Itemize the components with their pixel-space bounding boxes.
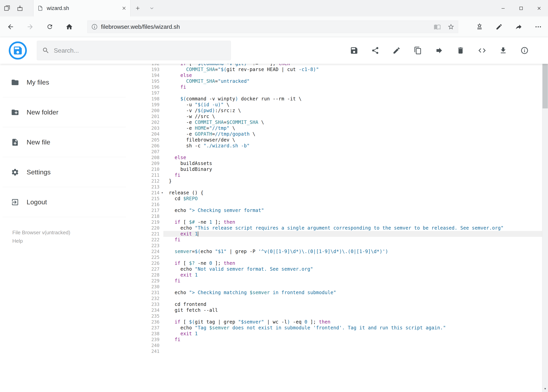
code-line[interactable]: 235	[126, 313, 542, 319]
code-line[interactable]: 205 filebrowser/dev \	[126, 137, 542, 143]
code-line[interactable]: 201 -w //src \	[126, 113, 542, 119]
window-close-button[interactable]	[530, 0, 548, 16]
download-button[interactable]	[499, 46, 508, 55]
code-line[interactable]: 219 if [ $# -ne 1 ]; then	[126, 219, 542, 225]
code-line[interactable]: 225	[126, 254, 542, 260]
code-line[interactable]: 196 fi	[126, 84, 542, 90]
code-line[interactable]: 240	[126, 343, 542, 348]
code-line[interactable]: 230	[126, 284, 542, 290]
app-logo[interactable]	[8, 41, 27, 60]
new-tab-button[interactable]	[131, 0, 145, 16]
save-button[interactable]	[350, 46, 358, 55]
code-line[interactable]: 200 -v /$(pwd):/src:z \	[126, 108, 542, 113]
site-info-icon[interactable]	[91, 23, 98, 30]
code-line[interactable]: 207	[126, 149, 542, 155]
code-line[interactable]: 236 if [ $(git tag | grep "$semver" | wc…	[126, 319, 542, 325]
code-line[interactable]: 229 fi	[126, 278, 542, 284]
scroll-down-icon[interactable]: ▼	[542, 385, 548, 392]
code-line[interactable]: 209 buildAssets	[126, 161, 542, 166]
move-button[interactable]	[435, 46, 444, 55]
code-editor[interactable]: 192 if [ "$(command -v git)" != "" ]; th…	[126, 64, 542, 392]
more-menu-button[interactable]	[528, 16, 548, 37]
code-line[interactable]: 220 echo "This release script requires a…	[126, 225, 542, 231]
set-tabs-aside-icon[interactable]	[4, 5, 11, 12]
line-number: 219	[126, 219, 163, 225]
hub-favorites-button[interactable]	[470, 16, 489, 37]
code-line[interactable]: 216	[126, 202, 542, 207]
back-button[interactable]	[1, 16, 20, 37]
maximize-button[interactable]	[512, 0, 530, 16]
web-note-pen-button[interactable]	[489, 16, 509, 37]
code-line[interactable]: 228 exit 1	[126, 272, 542, 278]
code-line[interactable]: 204 -e GOPATH=//tmp/gopath \	[126, 131, 542, 137]
code-line[interactable]: 195 COMMIT_SHA="untracked"	[126, 78, 542, 84]
line-number: 214▾	[126, 190, 163, 196]
search-bar[interactable]	[37, 41, 231, 60]
code-line[interactable]: 218	[126, 213, 542, 219]
favorite-star-icon[interactable]	[447, 23, 454, 30]
line-number: 202	[126, 119, 163, 125]
code-line[interactable]: 221 exit 1	[126, 231, 542, 237]
code-line[interactable]: 212}	[126, 178, 542, 184]
delete-button[interactable]	[457, 46, 465, 55]
sidebar-item-new-file[interactable]: New file	[0, 127, 126, 157]
page-scrollbar[interactable]: ▲ ▼	[542, 37, 548, 392]
refresh-button[interactable]	[40, 16, 59, 37]
code-line[interactable]: 213	[126, 184, 542, 190]
copy-button[interactable]	[414, 46, 422, 55]
tab-preview-chevron-icon[interactable]	[145, 0, 159, 16]
code-line[interactable]: 222 fi	[126, 237, 542, 243]
help-link[interactable]: Help	[12, 238, 23, 244]
code-line[interactable]: 208 else	[126, 155, 542, 161]
line-number: 193	[126, 67, 163, 72]
share-page-button[interactable]	[509, 16, 528, 37]
code-line[interactable]: 198 $(command -v winpty) docker run --rm…	[126, 96, 542, 102]
code-view-button[interactable]	[478, 46, 486, 55]
code-line[interactable]: 193 COMMIT_SHA="$(git rev-parse HEAD | c…	[126, 67, 542, 72]
code-line[interactable]: 199 -u "$(id -u)" \	[126, 102, 542, 108]
code-line[interactable]: 241	[126, 348, 542, 354]
code-line[interactable]: 224 semver=$(echo "$1" | grep -P '^v(0|[…	[126, 249, 542, 254]
code-line[interactable]: 223	[126, 243, 542, 249]
forward-button[interactable]	[20, 16, 40, 37]
sidebar-item-my-files[interactable]: My files	[0, 67, 126, 97]
address-bar[interactable]: filebrowser.web/files/wizard.sh	[87, 21, 458, 33]
code-line[interactable]: 239 fi	[126, 337, 542, 343]
sidebar: My files New folder New file Settings Lo…	[0, 64, 126, 392]
sidebar-item-new-folder[interactable]: New folder	[0, 97, 126, 127]
rename-button[interactable]	[392, 46, 401, 55]
code-line[interactable]: 211 fi	[126, 172, 542, 178]
code-line[interactable]: 203 -e HOME="//tmp" \	[126, 125, 542, 131]
minimize-button[interactable]	[494, 0, 512, 16]
sidebar-item-settings[interactable]: Settings	[0, 157, 126, 187]
code-line[interactable]: 202 -e COMMIT_SHA=$COMMIT_SHA \	[126, 119, 542, 125]
browser-tab[interactable]: wizard.sh	[33, 0, 131, 16]
url-text: filebrowser.web/files/wizard.sh	[101, 23, 427, 30]
sidebar-item-logout[interactable]: Logout	[0, 187, 126, 217]
reading-view-icon[interactable]	[434, 23, 441, 30]
code-line[interactable]: 210 buildBinary	[126, 166, 542, 172]
tab-close-icon[interactable]	[122, 6, 126, 11]
code-line[interactable]: 194 else	[126, 72, 542, 78]
code-line[interactable]: 217 echo "> Checking semver format"	[126, 207, 542, 213]
code-line[interactable]: 227 echo "Not valid semver format. See s…	[126, 266, 542, 272]
code-line[interactable]: 234 git fetch --all	[126, 307, 542, 313]
fold-caret-icon[interactable]: ▾	[161, 190, 163, 196]
code-line[interactable]: 226 if [ $? -ne 0 ]; then	[126, 260, 542, 266]
tabs-you-set-aside-icon[interactable]	[16, 5, 23, 12]
code-line[interactable]: 214▾release () {	[126, 190, 542, 196]
search-input[interactable]	[54, 47, 226, 54]
code-line[interactable]: 197	[126, 90, 542, 96]
code-line[interactable]: 238 exit 1	[126, 331, 542, 337]
code-line[interactable]: 206 sh -c "./wizard.sh -b"	[126, 143, 542, 149]
info-button[interactable]	[520, 46, 529, 55]
share-file-button[interactable]	[371, 46, 380, 55]
code-line[interactable]: 237 echo "Tag $semver does not exist in …	[126, 325, 542, 331]
code-line[interactable]: 233 cd frontend	[126, 301, 542, 307]
code-line[interactable]: 192 if [ "$(command -v git)" != "" ]; th…	[126, 64, 542, 67]
code-line[interactable]: 232	[126, 295, 542, 301]
code-line[interactable]: 215 cd $REPO	[126, 196, 542, 202]
line-number: 231	[126, 290, 163, 295]
code-line[interactable]: 231 echo "> Checking matching $semver in…	[126, 290, 542, 295]
home-button[interactable]	[59, 16, 79, 37]
